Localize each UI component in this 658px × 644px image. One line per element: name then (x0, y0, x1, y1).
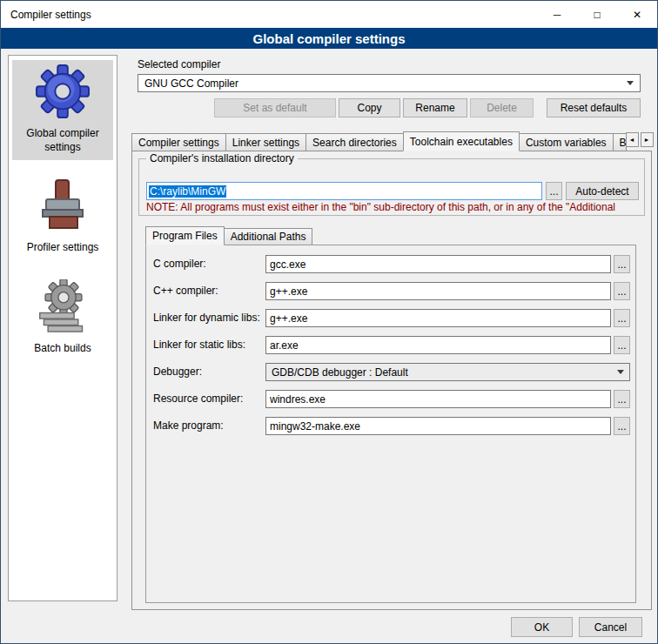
chevron-down-icon (627, 81, 634, 85)
sidebar-item-batch-builds[interactable]: Batch builds (12, 275, 113, 362)
program-files-page: C compiler: ... C++ compiler: ... Linker… (145, 245, 636, 603)
toolchain-executables-page: Compiler's installation directory C:\ray… (131, 151, 652, 610)
cpp-compiler-browse-button[interactable]: ... (614, 282, 630, 300)
resource-compiler-browse-button[interactable]: ... (614, 390, 630, 408)
reset-defaults-button[interactable]: Reset defaults (547, 98, 641, 117)
installation-directory-group-label: Compiler's installation directory (146, 152, 298, 164)
c-compiler-label: C compiler: (153, 258, 206, 270)
window-title: Compiler settings (1, 9, 91, 21)
settings-sidebar: Global compiler settings Profiler settin… (8, 55, 118, 601)
debugger-select[interactable]: GDB/CDB debugger : Default (265, 363, 630, 381)
make-program-input[interactable] (265, 417, 611, 435)
tab-linker-settings[interactable]: Linker settings (225, 133, 306, 151)
dynamic-linker-label: Linker for dynamic libs: (153, 312, 260, 324)
debugger-value: GDB/CDB debugger : Default (272, 366, 408, 379)
tab-search-directories[interactable]: Search directories (306, 133, 404, 151)
resource-compiler-label: Resource compiler: (153, 392, 243, 405)
installation-directory-input[interactable]: C:\raylib\MinGW (146, 182, 542, 200)
form-row-dynamic-linker: Linker for dynamic libs: ... (146, 309, 635, 327)
cancel-button[interactable]: Cancel (579, 617, 642, 637)
titlebar: Compiler settings ─ □ ✕ (1, 1, 657, 28)
form-row-static-linker: Linker for static libs: ... (146, 336, 635, 354)
ok-button[interactable]: OK (511, 617, 573, 637)
make-program-browse-button[interactable]: ... (614, 417, 630, 435)
tab-custom-variables[interactable]: Custom variables (519, 133, 614, 151)
make-program-label: Make program: (153, 419, 224, 432)
installation-directory-group: Compiler's installation directory C:\ray… (138, 158, 645, 216)
set-as-default-button[interactable]: Set as default (214, 98, 336, 117)
tab-build[interactable]: Build (613, 133, 627, 151)
settings-tabstrip: Compiler settings Linker settings Search… (131, 131, 652, 151)
selected-compiler-label: Selected compiler (138, 58, 220, 70)
installation-directory-browse-button[interactable]: ... (546, 182, 562, 200)
auto-detect-button[interactable]: Auto-detect (566, 182, 639, 200)
window-controls: ─ □ ✕ (537, 1, 657, 28)
form-row-resource-compiler: Resource compiler: ... (146, 390, 635, 408)
form-row-c-compiler: C compiler: ... (146, 255, 635, 273)
cpp-compiler-input[interactable] (265, 282, 611, 300)
maximize-button[interactable]: □ (577, 1, 617, 28)
form-row-debugger: Debugger: GDB/CDB debugger : Default (146, 363, 635, 381)
installation-directory-row: C:\raylib\MinGW ... Auto-detect (146, 182, 639, 200)
dialog-title: Global compiler settings (1, 28, 657, 49)
debugger-label: Debugger: (153, 366, 202, 378)
form-row-make-program: Make program: ... (146, 417, 635, 435)
bin-subdirectory-note: NOTE: All programs must exist either in … (146, 201, 639, 213)
resource-compiler-input[interactable] (265, 390, 611, 408)
sidebar-item-global-compiler-settings[interactable]: Global compiler settings (12, 60, 113, 160)
subtab-program-files[interactable]: Program Files (145, 226, 225, 245)
copy-button[interactable]: Copy (339, 98, 400, 117)
profiler-tool-icon (37, 178, 88, 235)
dynamic-linker-browse-button[interactable]: ... (614, 309, 630, 327)
sidebar-item-label: Profiler settings (27, 241, 99, 255)
tab-scroll-left-button[interactable]: ◄ (626, 132, 639, 147)
selected-compiler-select[interactable]: GNU GCC Compiler (138, 74, 641, 92)
tab-scroll-controls: ◄ ► (626, 131, 654, 147)
selected-compiler-value: GNU GCC Compiler (144, 77, 238, 90)
chevron-down-icon (617, 370, 624, 374)
sidebar-item-label: Global compiler settings (14, 127, 111, 154)
c-compiler-input[interactable] (265, 255, 611, 273)
static-linker-browse-button[interactable]: ... (614, 336, 630, 354)
compiler-action-buttons: Set as default Copy Rename Delete Reset … (138, 98, 641, 117)
sidebar-item-profiler-settings[interactable]: Profiler settings (12, 174, 113, 261)
gear-gray-icon (37, 279, 89, 336)
dynamic-linker-input[interactable] (265, 309, 611, 327)
static-linker-label: Linker for static libs: (153, 339, 245, 351)
installation-directory-value: C:\raylib\MinGW (149, 185, 226, 198)
delete-button[interactable]: Delete (470, 98, 534, 117)
compiler-settings-window: Compiler settings ─ □ ✕ Global compiler … (0, 0, 658, 644)
paths-subtabstrip: Program Files Additional Paths (145, 226, 312, 245)
subtab-additional-paths[interactable]: Additional Paths (224, 228, 313, 245)
tab-toolchain-executables[interactable]: Toolchain executables (403, 131, 520, 151)
gear-blue-icon (36, 64, 90, 121)
tab-compiler-settings[interactable]: Compiler settings (131, 133, 226, 151)
sidebar-item-label: Batch builds (34, 342, 91, 356)
tab-scroll-right-button[interactable]: ► (641, 132, 654, 147)
minimize-button[interactable]: ─ (537, 1, 577, 28)
form-row-cpp-compiler: C++ compiler: ... (146, 282, 635, 300)
cpp-compiler-label: C++ compiler: (153, 285, 218, 297)
c-compiler-browse-button[interactable]: ... (614, 255, 630, 273)
rename-button[interactable]: Rename (403, 98, 467, 117)
static-linker-input[interactable] (265, 336, 611, 354)
close-button[interactable]: ✕ (617, 1, 657, 28)
